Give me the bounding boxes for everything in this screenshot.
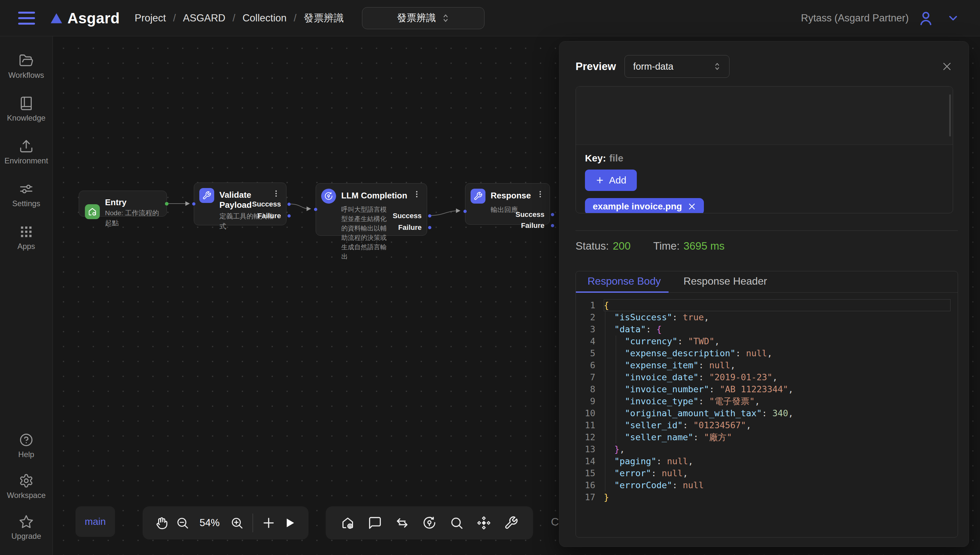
workflow-select-value: 發票辨識 [397, 11, 436, 25]
port-success[interactable]: Success [516, 210, 544, 219]
sidebar-item-label: Knowledge [7, 114, 46, 122]
llm-node-icon[interactable] [420, 513, 439, 533]
branch-button[interactable]: main [75, 506, 115, 537]
port-success[interactable]: Success [393, 212, 422, 220]
output-port-dot[interactable] [165, 202, 168, 205]
close-icon[interactable] [942, 61, 953, 72]
breadcrumb-project[interactable]: Project [135, 12, 166, 24]
swap-arrows-icon[interactable] [392, 513, 412, 533]
line-number: 5 [576, 348, 604, 358]
key-label: Key: [585, 153, 606, 164]
sidebar-item-label: Help [18, 450, 34, 459]
body-mode-value: form-data [633, 61, 673, 72]
brand-name: Asgard [67, 10, 120, 27]
code-text: }, [604, 443, 958, 455]
line-number: 9 [576, 396, 604, 406]
code-line: 3 "data": { [576, 323, 958, 335]
sidebar-item-workflows[interactable]: Workflows [5, 53, 48, 80]
port-failure[interactable]: Failure [258, 212, 281, 220]
code-line: 2 "isSuccess": true, [576, 311, 958, 323]
brand[interactable]: Asgard [50, 10, 120, 27]
tab-response-body[interactable]: Response Body [588, 275, 661, 292]
form-data-editor: Key:file Add example invoice.png [576, 86, 953, 213]
port-failure[interactable]: Failure [398, 223, 422, 232]
failure-port-dot[interactable] [428, 226, 431, 229]
breadcrumb-separator: / [294, 12, 296, 24]
entry-node-icon[interactable] [338, 513, 358, 533]
breadcrumb-collection[interactable]: Collection [242, 12, 287, 24]
code-editor[interactable]: 1{2 "isSuccess": true,3 "data": {4 "curr… [576, 293, 958, 503]
form-body: Key:file Add example invoice.png [576, 145, 953, 213]
preview-panel: Preview form-data Key:file Add example i… [559, 41, 969, 547]
input-port-dot[interactable] [192, 202, 195, 205]
sidebar-item-apps[interactable]: Apps [5, 225, 48, 251]
account-chevron-down-icon[interactable] [943, 8, 963, 28]
code-text: "isSuccess": true, [604, 311, 958, 323]
input-port-dot[interactable] [314, 208, 317, 211]
file-chip[interactable]: example invoice.png [585, 198, 704, 213]
input-port-dot[interactable] [463, 210, 467, 213]
sidebar-item-workspace[interactable]: Workspace [7, 473, 46, 500]
add-node-icon[interactable] [259, 513, 278, 533]
sidebar-top-group: Workflows Knowledge Environment Settings… [5, 53, 48, 251]
time-label: Time: [653, 240, 680, 252]
user-icon[interactable] [916, 8, 936, 28]
wrench-icon [471, 189, 485, 204]
node-llm-completion[interactable]: LLM Completion 呼叫大型語言模型並產生結構化的資料輸出以輔助流程的… [315, 183, 427, 236]
node-palette-toolbar [326, 506, 533, 539]
star-icon [19, 514, 34, 529]
node-response[interactable]: Response 輸出回應 Success Failure [465, 183, 550, 225]
pan-hand-icon[interactable] [152, 513, 170, 533]
code-line: 4 "currency": "TWD", [576, 335, 958, 347]
body-mode-select[interactable]: form-data [625, 55, 730, 78]
node-title: LLM Completion [341, 189, 407, 201]
sidebar-item-help[interactable]: Help [7, 433, 46, 459]
port-failure[interactable]: Failure [521, 221, 544, 230]
sidebar-item-knowledge[interactable]: Knowledge [5, 96, 48, 122]
breadcrumb-asgard[interactable]: ASGARD [183, 12, 226, 24]
kebab-menu-icon[interactable] [536, 189, 544, 198]
sidebar-item-settings[interactable]: Settings [5, 181, 48, 208]
code-text: "invoice_date": "2019-01-23", [604, 371, 958, 383]
success-port-dot[interactable] [551, 213, 554, 216]
sidebar-item-upgrade[interactable]: Upgrade [7, 514, 46, 541]
failure-port-dot[interactable] [551, 224, 554, 227]
tools-wrench-icon[interactable] [501, 513, 521, 533]
breadcrumb: Project / ASGARD / Collection / 發票辨識 [135, 11, 344, 25]
move-diamond-icon[interactable] [474, 513, 494, 533]
port-success[interactable]: Success [252, 200, 281, 209]
select-chevrons-icon [714, 62, 721, 71]
line-number: 12 [576, 432, 604, 442]
code-line: 17} [576, 491, 958, 503]
kebab-menu-icon[interactable] [272, 188, 280, 198]
status-label: Status: [576, 240, 609, 252]
sidebar-item-environment[interactable]: Environment [5, 139, 48, 165]
form-scroll-area[interactable] [576, 87, 953, 145]
scrollbar-thumb[interactable] [949, 94, 951, 136]
code-text: "paging": null, [604, 455, 958, 467]
node-validate-payload[interactable]: Validate Payload 定義工具的輸入格式 Success Failu… [194, 183, 287, 225]
sidebar: Workflows Knowledge Environment Settings… [0, 36, 53, 555]
failure-port-dot[interactable] [287, 214, 291, 218]
line-number: 3 [576, 324, 604, 334]
line-number: 11 [576, 420, 604, 430]
tab-response-header[interactable]: Response Header [684, 275, 767, 292]
menu-icon[interactable] [18, 12, 35, 25]
zoom-in-icon[interactable] [228, 513, 246, 533]
success-port-dot[interactable] [428, 214, 431, 218]
kebab-menu-icon[interactable] [413, 189, 421, 198]
code-line: 13 }, [576, 443, 958, 455]
node-entry[interactable]: Entry Node: 工作流程的起點 [79, 191, 167, 217]
comment-icon[interactable] [365, 513, 385, 533]
file-chip-label: example invoice.png [593, 201, 682, 212]
success-port-dot[interactable] [287, 203, 291, 206]
workflow-select[interactable]: 發票辨識 [362, 7, 485, 29]
apps-grid-icon [19, 225, 34, 239]
chip-remove-icon[interactable] [688, 202, 696, 211]
run-play-icon[interactable] [281, 513, 299, 533]
add-file-button[interactable]: Add [585, 170, 637, 191]
line-number: 10 [576, 408, 604, 418]
zoom-out-icon[interactable] [173, 513, 191, 533]
search-icon[interactable] [447, 513, 467, 533]
node-title: Response [491, 189, 531, 201]
